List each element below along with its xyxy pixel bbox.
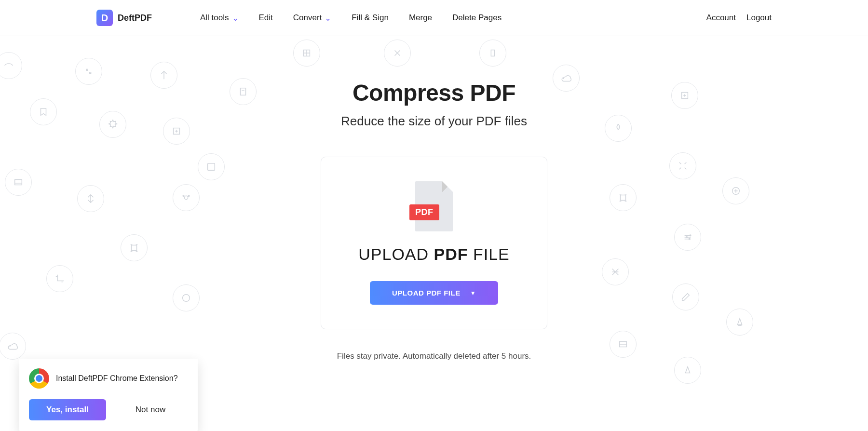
- chrome-icon: [29, 368, 49, 389]
- header: D DeftPDF All tools ⌄ Edit Convert ⌄ Fil…: [0, 0, 868, 36]
- brand-name[interactable]: DeftPDF: [118, 13, 152, 23]
- nav-label: All tools: [200, 13, 229, 23]
- chevron-down-icon: ⌄: [325, 13, 331, 23]
- pdf-file-icon: PDF: [415, 181, 453, 231]
- user-nav: Account Logout: [706, 13, 772, 23]
- nav-convert[interactable]: Convert ⌄: [293, 13, 332, 23]
- upload-pdf-button[interactable]: UPLOAD PDF FILE ▼: [370, 281, 498, 305]
- install-extension-button[interactable]: Yes, install: [29, 399, 106, 420]
- caret-down-icon: ▼: [470, 290, 476, 296]
- nav-edit[interactable]: Edit: [259, 13, 273, 23]
- nav-delete-pages[interactable]: Delete Pages: [452, 13, 502, 23]
- upload-text-post: FILE: [468, 245, 510, 263]
- dismiss-extension-button[interactable]: Not now: [113, 399, 188, 420]
- page-title: Compress PDF: [0, 80, 868, 106]
- nav-all-tools[interactable]: All tools ⌄: [200, 13, 239, 23]
- chevron-down-icon: ⌄: [232, 13, 239, 23]
- pdf-badge: PDF: [409, 204, 439, 220]
- upload-text-pre: UPLOAD: [358, 245, 434, 263]
- nav-label: Convert: [293, 13, 322, 23]
- main-nav: All tools ⌄ Edit Convert ⌄ Fill & Sign M…: [200, 13, 706, 23]
- logo[interactable]: D: [96, 10, 113, 26]
- nav-account[interactable]: Account: [706, 13, 736, 23]
- upload-card[interactable]: PDF UPLOAD PDF FILE UPLOAD PDF FILE ▼: [321, 157, 547, 329]
- upload-button-label: UPLOAD PDF FILE: [392, 289, 461, 297]
- main-content: Compress PDF Reduce the size of your PDF…: [0, 36, 868, 361]
- nav-fill-sign[interactable]: Fill & Sign: [352, 13, 389, 23]
- upload-text-bold: PDF: [434, 245, 468, 263]
- page-subtitle: Reduce the size of your PDF files: [0, 114, 868, 129]
- nav-merge[interactable]: Merge: [409, 13, 432, 23]
- chrome-extension-popup: Install DeftPDF Chrome Extension? Yes, i…: [19, 359, 198, 431]
- extension-message: Install DeftPDF Chrome Extension?: [56, 374, 178, 383]
- logo-letter: D: [101, 13, 108, 24]
- nav-logout[interactable]: Logout: [746, 13, 772, 23]
- upload-heading: UPLOAD PDF FILE: [336, 245, 532, 264]
